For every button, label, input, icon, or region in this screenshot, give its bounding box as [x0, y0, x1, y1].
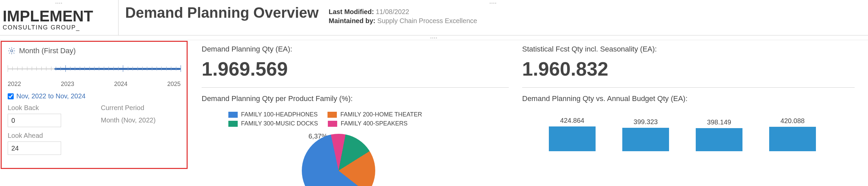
legend-label: FAMILY 400-SPEAKERS	[341, 120, 407, 127]
bar-value-label: 398.149	[707, 118, 731, 126]
slider-year: 2023	[61, 81, 74, 88]
pie-chart-title: Demand Planning Qty per Product Family (…	[202, 94, 509, 103]
bar-value-label: 424.864	[560, 117, 584, 125]
legend-label: FAMILY 300-MUSIC DOCKS	[241, 120, 318, 127]
look-back-input[interactable]	[8, 114, 61, 127]
stat-fcst-label: Statistical Fcst Qty incl. Seasonality (…	[522, 45, 855, 54]
bar-chart-title: Demand Planning Qty vs. Annual Budget Qt…	[522, 94, 855, 103]
settings-icon[interactable]	[8, 47, 16, 55]
pie-graphic	[302, 134, 375, 186]
bar-group: 420.088	[763, 117, 823, 151]
legend-swatch	[328, 121, 337, 127]
bar-value-label: 399.323	[633, 118, 658, 126]
legend-item[interactable]: FAMILY 100-HEADPHONES	[228, 111, 317, 118]
legend-swatch	[228, 121, 238, 127]
bar	[549, 127, 596, 151]
slider-year: 2025	[167, 81, 181, 88]
legend-label: FAMILY 100-HEADPHONES	[241, 111, 317, 118]
logo-cell: •••• IMPLEMENT CONSULTING GROUP_	[0, 0, 119, 35]
left-column: Demand Planning Qty (EA): 1.969.569 Dema…	[202, 45, 522, 169]
drag-handle-icon[interactable]: ••••	[489, 1, 497, 5]
divider	[522, 87, 855, 88]
logo-main: IMPLEMENT	[3, 8, 116, 24]
drag-handle-icon[interactable]: ••••	[430, 36, 438, 40]
legend-item[interactable]: FAMILY 200-HOME THEATER	[328, 111, 422, 118]
look-back-label: Look Back	[8, 104, 88, 112]
svg-point-0	[11, 50, 13, 52]
slider-year: 2024	[114, 81, 127, 88]
header-meta: Last Modified: 11/08/2022 Maintained by:…	[329, 5, 477, 26]
page-title: Demand Planning Overview	[125, 5, 329, 21]
maintained-by-value: Supply Chain Process Excellence	[377, 17, 477, 24]
legend-item[interactable]: FAMILY 400-SPEAKERS	[328, 120, 407, 127]
bar-value-label: 420.088	[780, 117, 805, 125]
legend-swatch	[328, 112, 337, 118]
last-modified-value: 11/08/2022	[376, 8, 409, 16]
separator: ••••	[0, 35, 868, 40]
look-ahead-label: Look Ahead	[8, 132, 88, 139]
time-slider[interactable]	[8, 60, 181, 79]
legend-item[interactable]: FAMILY 300-MUSIC DOCKS	[228, 120, 318, 127]
demand-qty-label: Demand Planning Qty (EA):	[202, 45, 509, 54]
bar-chart: 424.864399.323398.149420.088	[522, 111, 855, 151]
pie-chart: 6,37%	[202, 134, 509, 167]
current-period-label: Current Period	[101, 104, 181, 112]
current-period-value: Month (Nov, 2022)	[101, 114, 181, 124]
legend-label: FAMILY 200-HOME THEATER	[340, 111, 422, 118]
bar-group: 398.149	[689, 118, 749, 151]
bar	[622, 128, 669, 151]
look-ahead-input[interactable]	[8, 141, 61, 155]
stat-fcst-value: 1.960.832	[522, 57, 855, 80]
bar-group: 424.864	[542, 117, 602, 151]
demand-qty-value: 1.969.569	[202, 57, 509, 80]
bar	[769, 127, 816, 151]
drag-handle-icon[interactable]: ••••	[55, 1, 63, 5]
right-column: Statistical Fcst Qty incl. Seasonality (…	[522, 45, 868, 169]
header: •••• IMPLEMENT CONSULTING GROUP_ •••• De…	[0, 0, 868, 35]
date-range-checkbox-input[interactable]	[8, 93, 14, 99]
divider	[202, 87, 509, 88]
bar	[696, 128, 742, 151]
slider-year-labels: 2022 2023 2024 2025	[8, 81, 181, 88]
slider-year: 2022	[8, 81, 21, 88]
date-range-checkbox[interactable]: Nov, 2022 to Nov, 2024	[8, 92, 181, 100]
last-modified-label: Last Modified:	[329, 8, 374, 16]
bar-group: 399.323	[616, 118, 676, 151]
legend-swatch	[228, 112, 238, 118]
time-filter-panel: Month (First Day) 2022 2023 2024 2025 No…	[1, 41, 188, 169]
title-cell: •••• Demand Planning Overview Last Modif…	[119, 0, 868, 35]
date-range-text: Nov, 2022 to Nov, 2024	[17, 92, 86, 100]
maintained-by-label: Maintained by:	[329, 17, 376, 24]
filter-title: Month (First Day)	[19, 47, 76, 55]
logo-sub: CONSULTING GROUP_	[3, 24, 116, 31]
pie-legend: FAMILY 100-HEADPHONESFAMILY 200-HOME THE…	[202, 111, 509, 127]
